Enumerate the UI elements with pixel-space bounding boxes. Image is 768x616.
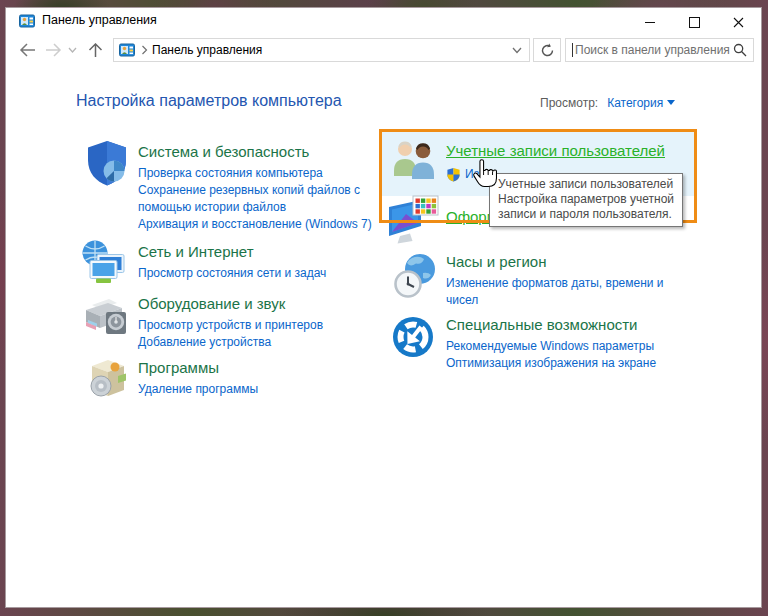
view-by-dropdown[interactable]: Категория xyxy=(607,96,663,110)
task-link[interactable]: Оптимизация изображения на экране xyxy=(446,355,696,372)
back-button[interactable] xyxy=(16,40,38,60)
window-title: Панель управления xyxy=(42,13,157,27)
caret-down-icon[interactable] xyxy=(667,100,675,105)
back-icon xyxy=(19,43,36,57)
ease-of-access-icon[interactable] xyxy=(390,314,436,364)
breadcrumb-item-control-panel[interactable]: Панель управления xyxy=(152,43,262,57)
chevron-down-icon xyxy=(68,47,77,53)
breadcrumb[interactable]: Панель управления xyxy=(113,38,530,62)
programs-icon[interactable] xyxy=(85,357,131,407)
view-by-label: Просмотр: xyxy=(540,96,598,110)
maximize-button[interactable] xyxy=(672,8,717,36)
category-title-link[interactable]: Система и безопасность xyxy=(138,142,391,161)
tooltip-line: Учетные записи пользователей xyxy=(498,177,674,192)
category-programs: Программы Удаление программы xyxy=(138,358,391,398)
search-placeholder: Поиск в панели управления xyxy=(575,43,730,57)
up-icon xyxy=(88,43,103,58)
minimize-button[interactable] xyxy=(627,8,672,36)
close-button[interactable] xyxy=(716,8,761,36)
task-link[interactable]: Добавление устройства xyxy=(138,334,391,351)
forward-button[interactable] xyxy=(42,40,64,60)
category-hardware-sound: Оборудование и звук Просмотр устройств и… xyxy=(138,294,391,351)
up-button[interactable] xyxy=(84,40,106,60)
task-link[interactable]: Просмотр состояния сети и задач xyxy=(138,265,391,282)
close-icon xyxy=(733,17,744,28)
view-by-control: Просмотр:Категория xyxy=(540,96,675,110)
recent-pages-button[interactable] xyxy=(64,40,80,60)
control-panel-icon xyxy=(19,13,35,29)
refresh-icon xyxy=(540,43,555,58)
user-accounts-icon[interactable] xyxy=(390,138,440,190)
task-link[interactable]: Удаление программы xyxy=(138,381,391,398)
uac-shield-icon xyxy=(446,167,461,182)
category-title-link[interactable]: Программы xyxy=(138,358,391,377)
task-link[interactable]: Просмотр устройств и принтеров xyxy=(138,317,391,334)
category-system-security: Система и безопасность Проверка состояни… xyxy=(138,142,391,233)
address-dropdown-icon[interactable] xyxy=(512,47,522,54)
task-link[interactable]: Изменение форматов даты, времени и чисел xyxy=(446,275,678,309)
forward-icon xyxy=(45,43,62,57)
task-link[interactable]: Рекомендуемые Windows параметры xyxy=(446,338,696,355)
breadcrumb-control-panel-icon xyxy=(119,42,135,58)
network-internet-icon[interactable] xyxy=(80,239,130,291)
tooltip-line: записи и пароля пользователя. xyxy=(498,207,674,222)
clock-region-icon[interactable] xyxy=(390,251,440,305)
minimize-icon xyxy=(645,22,655,23)
breadcrumb-chevron-icon[interactable] xyxy=(141,45,148,55)
link-change-account-type[interactable]: Изм xyxy=(465,166,487,183)
appearance-personalization-icon[interactable] xyxy=(387,193,441,249)
desktop-background: Панель управления xyxy=(0,0,768,616)
text-cursor xyxy=(572,43,573,57)
search-input[interactable]: Поиск в панели управления xyxy=(565,38,754,62)
titlebar[interactable]: Панель управления xyxy=(6,8,761,34)
page-title: Настройка параметров компьютера xyxy=(76,92,342,110)
category-ease-of-access: Специальные возможности Рекомендуемые Wi… xyxy=(446,315,696,372)
category-title-link[interactable]: Учетные записи пользователей xyxy=(446,141,696,160)
control-panel-window: Панель управления xyxy=(5,7,762,608)
task-link[interactable]: Сохранение резервных копий файлов с помо… xyxy=(138,182,383,216)
task-link[interactable]: Проверка состояния компьютера xyxy=(138,165,391,182)
category-title-link[interactable]: Сеть и Интернет xyxy=(138,242,391,261)
refresh-button[interactable] xyxy=(533,38,561,62)
task-link[interactable]: Архивация и восстановление (Windows 7) xyxy=(138,216,391,233)
system-security-icon[interactable] xyxy=(83,139,131,191)
maximize-icon xyxy=(689,17,700,28)
category-network-internet: Сеть и Интернет Просмотр состояния сети … xyxy=(138,242,391,282)
address-bar: Панель управления Поиск в панели управле… xyxy=(6,34,761,68)
tooltip: Учетные записи пользователей Настройка п… xyxy=(489,173,683,227)
category-title-link[interactable]: Специальные возможности xyxy=(446,315,696,334)
control-panel-home: Настройка параметров компьютера Просмотр… xyxy=(6,67,761,607)
category-title-link[interactable]: Часы и регион xyxy=(446,252,678,271)
hardware-sound-icon[interactable] xyxy=(82,292,132,344)
category-clock-region: Часы и регион Изменение форматов даты, в… xyxy=(446,252,678,309)
search-icon[interactable] xyxy=(733,43,747,57)
tooltip-line: Настройка параметров учетной xyxy=(498,192,674,207)
category-title-link[interactable]: Оборудование и звук xyxy=(138,294,391,313)
